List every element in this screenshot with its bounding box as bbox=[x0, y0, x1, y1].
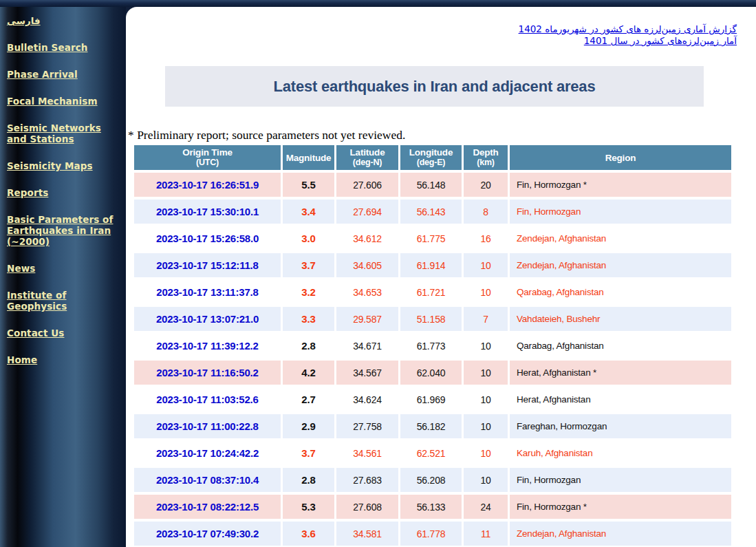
earthquake-table-header: Origin Time(UTC)MagnitudeLatitude(deg-N)… bbox=[134, 145, 731, 170]
longitude-cell: 61.969 bbox=[400, 387, 462, 411]
latitude-cell: 34.671 bbox=[336, 334, 398, 358]
origin-time-cell: 2023-10-17 08:37:10.4 bbox=[134, 468, 281, 492]
column-header-sublabel: (km) bbox=[464, 158, 508, 168]
region-cell: Zendejan, Afghanistan bbox=[510, 253, 731, 277]
latitude-cell: 34.567 bbox=[336, 361, 398, 385]
top-dark-bar bbox=[0, 0, 756, 7]
column-header-label: Depth bbox=[464, 147, 508, 158]
depth-cell: 20 bbox=[464, 173, 508, 197]
earthquake-row: 2023-10-17 15:30:10.13.427.69456.1438Fin… bbox=[134, 200, 731, 224]
column-header-depth: Depth(km) bbox=[464, 145, 508, 170]
depth-cell: 10 bbox=[464, 414, 508, 438]
latitude-cell: 29.587 bbox=[336, 307, 398, 331]
depth-cell: 8 bbox=[464, 200, 508, 224]
origin-time-cell: 2023-10-17 07:49:30.2 bbox=[134, 522, 281, 546]
sidebar-item-news[interactable]: News bbox=[7, 263, 120, 274]
depth-cell: 16 bbox=[464, 226, 508, 250]
region-cell: Karuh, Afghanistan bbox=[510, 441, 731, 465]
sidebar-item-home[interactable]: Home bbox=[7, 354, 120, 365]
earthquake-table: Origin Time(UTC)MagnitudeLatitude(deg-N)… bbox=[132, 142, 733, 547]
longitude-cell: 61.773 bbox=[400, 334, 462, 358]
column-header-latitude: Latitude(deg-N) bbox=[336, 145, 398, 170]
latitude-cell: 27.608 bbox=[336, 495, 398, 519]
earthquake-row: 2023-10-17 08:22:12.55.327.60856.13324Fi… bbox=[134, 495, 731, 519]
earthquake-row: 2023-10-17 11:03:52.62.734.62461.96910He… bbox=[134, 387, 731, 411]
depth-cell: 10 bbox=[464, 334, 508, 358]
preliminary-note: * Preliminary report; source parameters … bbox=[128, 128, 405, 142]
column-header-region: Region bbox=[510, 145, 731, 170]
region-cell: Qarabag, Afghanistan bbox=[510, 334, 731, 358]
region-cell: Fin, Hormozgan bbox=[510, 200, 731, 224]
longitude-cell: 56.148 bbox=[400, 173, 462, 197]
origin-time-cell: 2023-10-17 10:24:42.2 bbox=[134, 441, 281, 465]
origin-time-cell: 2023-10-17 13:11:37.8 bbox=[134, 280, 281, 304]
main-content: گزارش آماری زمین‌لرزه های کشور در شهریور… bbox=[126, 7, 756, 547]
column-header-label: Region bbox=[510, 153, 731, 163]
longitude-cell: 61.778 bbox=[400, 522, 462, 546]
column-header-sublabel: (deg-E) bbox=[400, 158, 462, 168]
sidebar-item-bulletin-search[interactable]: Bulletin Search bbox=[7, 42, 120, 53]
depth-cell: 10 bbox=[464, 441, 508, 465]
earthquake-row: 2023-10-17 11:39:12.22.834.67161.77310Qa… bbox=[134, 334, 731, 358]
header-row: Origin Time(UTC)MagnitudeLatitude(deg-N)… bbox=[134, 145, 731, 170]
magnitude-cell: 3.4 bbox=[283, 200, 334, 224]
magnitude-cell: 3.3 bbox=[283, 307, 334, 331]
sidebar-item-reports[interactable]: Reports bbox=[7, 187, 120, 198]
earthquake-row: 2023-10-17 13:11:37.83.234.65361.72110Qa… bbox=[134, 280, 731, 304]
sidebar-nav: فارسیBulletin SearchPhase ArrivalFocal M… bbox=[0, 7, 126, 365]
magnitude-cell: 4.2 bbox=[283, 361, 334, 385]
magnitude-cell: 2.8 bbox=[283, 334, 334, 358]
sidebar-item-phase-arrival[interactable]: Phase Arrival bbox=[7, 69, 120, 80]
latitude-cell: 27.683 bbox=[336, 468, 398, 492]
latitude-cell: 34.561 bbox=[336, 441, 398, 465]
persian-top-links: گزارش آماری زمین‌لرزه های کشور در شهریور… bbox=[519, 23, 737, 47]
latitude-cell: 27.758 bbox=[336, 414, 398, 438]
top-link-yearly-statistics-1401[interactable]: آمار زمین‌لرزه‌های کشور در سال 1401 bbox=[519, 35, 737, 47]
depth-cell: 10 bbox=[464, 280, 508, 304]
depth-cell: 10 bbox=[464, 361, 508, 385]
longitude-cell: 56.208 bbox=[400, 468, 462, 492]
column-header-label: Magnitude bbox=[283, 153, 334, 163]
longitude-cell: 62.040 bbox=[400, 361, 462, 385]
column-header-magnitude: Magnitude bbox=[283, 145, 334, 170]
depth-cell: 7 bbox=[464, 307, 508, 331]
top-link-monthly-statistics-report-1402[interactable]: گزارش آماری زمین‌لرزه های کشور در شهریور… bbox=[519, 23, 737, 35]
magnitude-cell: 5.3 bbox=[283, 495, 334, 519]
sidebar-item-farsi[interactable]: فارسی bbox=[7, 15, 120, 26]
depth-cell: 10 bbox=[464, 253, 508, 277]
region-cell: Herat, Afghanistan * bbox=[510, 361, 731, 385]
magnitude-cell: 3.7 bbox=[283, 253, 334, 277]
magnitude-cell: 3.0 bbox=[283, 226, 334, 250]
origin-time-cell: 2023-10-17 11:39:12.2 bbox=[134, 334, 281, 358]
column-header-label: Origin Time bbox=[134, 147, 281, 158]
earthquake-row: 2023-10-17 15:12:11.83.734.60561.91410Ze… bbox=[134, 253, 731, 277]
region-cell: Herat, Afghanistan bbox=[510, 387, 731, 411]
longitude-cell: 56.182 bbox=[400, 414, 462, 438]
magnitude-cell: 2.8 bbox=[283, 468, 334, 492]
earthquake-row: 2023-10-17 11:00:22.82.927.75856.18210Fa… bbox=[134, 414, 731, 438]
sidebar-item-institute-of-geophysics[interactable]: Institute of Geophysics bbox=[7, 290, 120, 312]
latitude-cell: 34.653 bbox=[336, 280, 398, 304]
sidebar-item-seismic-networks-and-stations[interactable]: Seismic Networks and Stations bbox=[7, 122, 120, 144]
earthquake-row: 2023-10-17 15:26:58.03.034.61261.77516Ze… bbox=[134, 226, 731, 250]
origin-time-cell: 2023-10-17 11:03:52.6 bbox=[134, 387, 281, 411]
region-cell: Fin, Hormozgan bbox=[510, 468, 731, 492]
depth-cell: 10 bbox=[464, 468, 508, 492]
sidebar-item-focal-mechanism[interactable]: Focal Mechanism bbox=[7, 96, 120, 107]
latitude-cell: 27.694 bbox=[336, 200, 398, 224]
earthquake-row: 2023-10-17 08:37:10.42.827.68356.20810Fi… bbox=[134, 468, 731, 492]
region-cell: Zendejan, Afghanistan bbox=[510, 226, 731, 250]
origin-time-cell: 2023-10-17 16:26:51.9 bbox=[134, 173, 281, 197]
column-header-origin-time: Origin Time(UTC) bbox=[134, 145, 281, 170]
region-cell: Fin, Hormozgan * bbox=[510, 495, 731, 519]
sidebar-item-contact-us[interactable]: Contact Us bbox=[7, 328, 120, 339]
origin-time-cell: 2023-10-17 13:07:21.0 bbox=[134, 307, 281, 331]
magnitude-cell: 3.2 bbox=[283, 280, 334, 304]
column-header-sublabel: (deg-N) bbox=[336, 158, 398, 168]
sidebar-item-basic-parameters[interactable]: Basic Parameters of Earthquakes in Iran … bbox=[7, 214, 120, 247]
region-cell: Vahdateieh, Bushehr bbox=[510, 307, 731, 331]
longitude-cell: 61.914 bbox=[400, 253, 462, 277]
earthquake-row: 2023-10-17 10:24:42.23.734.56162.52110Ka… bbox=[134, 441, 731, 465]
sidebar-item-seismicity-maps[interactable]: Seismicity Maps bbox=[7, 160, 120, 171]
depth-cell: 24 bbox=[464, 495, 508, 519]
